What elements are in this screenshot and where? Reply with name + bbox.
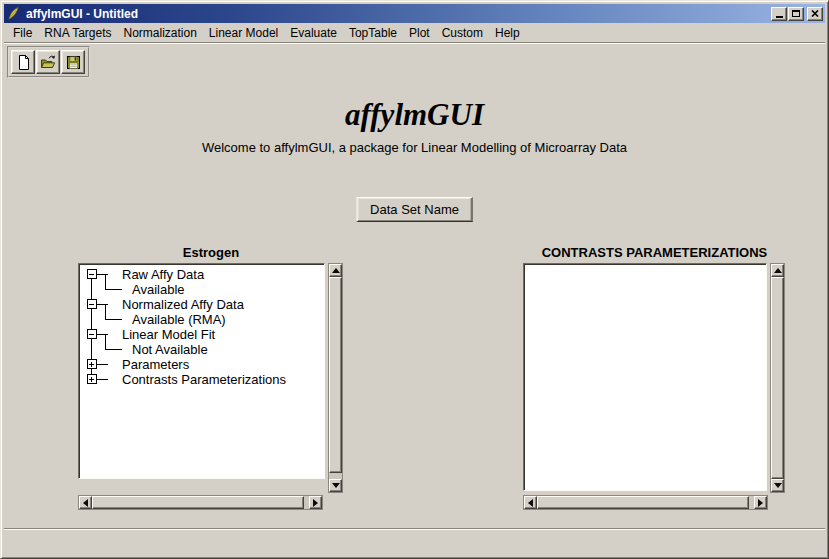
contrasts-listbox[interactable] <box>523 263 767 491</box>
contrasts-horizontal-scrollbar[interactable] <box>523 495 768 510</box>
new-file-icon <box>15 54 32 71</box>
app-title: affylmGUI <box>4 97 825 133</box>
data-set-tree[interactable]: Raw Affy Data Available Normalized Affy … <box>78 263 325 479</box>
scroll-left-button[interactable] <box>524 496 537 509</box>
open-file-button[interactable] <box>36 50 60 74</box>
tree-vertical-scrollbar[interactable] <box>328 263 343 493</box>
tree-canvas: Raw Affy Data Available Normalized Affy … <box>81 266 324 478</box>
menu-evaluate[interactable]: Evaluate <box>284 24 343 42</box>
tree-item-linear-model-fit[interactable]: Linear Model Fit <box>122 327 215 342</box>
down-arrow-icon <box>774 483 782 488</box>
menu-rna-targets[interactable]: RNA Targets <box>38 24 117 42</box>
save-file-button[interactable] <box>61 50 85 74</box>
tree-collapse-icon[interactable] <box>87 270 96 279</box>
tree-item-parameters[interactable]: Parameters <box>122 357 189 372</box>
tree-collapse-icon[interactable] <box>87 300 96 309</box>
tree-expand-icon[interactable] <box>87 360 96 369</box>
scroll-left-button[interactable] <box>79 496 92 509</box>
scrollbar-thumb[interactable] <box>92 496 304 509</box>
menu-file[interactable]: File <box>7 24 38 42</box>
tree-expand-icon[interactable] <box>87 375 96 384</box>
right-arrow-icon <box>758 499 763 507</box>
scrollbar-thumb[interactable] <box>771 277 784 479</box>
minimize-icon <box>776 16 783 18</box>
scroll-up-button[interactable] <box>329 264 342 277</box>
toolbar <box>4 44 825 80</box>
maximize-button[interactable] <box>788 7 804 21</box>
close-button[interactable] <box>807 7 823 21</box>
tree-collapse-icon[interactable] <box>87 330 96 339</box>
menu-help[interactable]: Help <box>489 24 526 42</box>
tree-horizontal-scrollbar[interactable] <box>78 495 323 510</box>
menu-linear-model[interactable]: Linear Model <box>203 24 284 42</box>
menu-plot[interactable]: Plot <box>403 24 436 42</box>
contrasts-panel: CONTRASTS PARAMETERIZATIONS <box>520 245 789 518</box>
up-arrow-icon <box>332 268 340 273</box>
tree-item-linear-model-status[interactable]: Not Available <box>132 342 208 357</box>
tree-item-contrasts-parameterizations[interactable]: Contrasts Parameterizations <box>122 372 286 387</box>
status-bar <box>4 529 825 553</box>
tree-item-raw-affy-data[interactable]: Raw Affy Data <box>122 267 204 282</box>
save-file-icon <box>65 54 82 71</box>
tree-item-normalized-affy-data[interactable]: Normalized Affy Data <box>122 297 244 312</box>
menu-toptable[interactable]: TopTable <box>343 24 403 42</box>
data-set-name-button[interactable]: Data Set Name <box>356 197 473 222</box>
new-file-button[interactable] <box>11 50 35 74</box>
window-title: affylmGUI - Untitled <box>26 7 771 21</box>
titlebar[interactable]: affylmGUI - Untitled <box>4 4 825 23</box>
scroll-up-button[interactable] <box>771 264 784 277</box>
data-set-heading: Estrogen <box>75 245 347 260</box>
left-arrow-icon <box>83 499 88 507</box>
data-set-panel-body: Raw Affy Data Available Normalized Affy … <box>75 263 347 518</box>
contrasts-heading: CONTRASTS PARAMETERIZATIONS <box>520 245 789 260</box>
toolbar-button-group <box>7 46 90 78</box>
data-set-panel: Estrogen <box>75 245 347 518</box>
tree-item-normalized-status[interactable]: Available (RMA) <box>132 312 226 327</box>
scroll-right-button[interactable] <box>754 496 767 509</box>
left-arrow-icon <box>528 499 533 507</box>
scroll-right-button[interactable] <box>309 496 322 509</box>
menu-normalization[interactable]: Normalization <box>118 24 203 42</box>
close-icon <box>811 10 819 17</box>
up-arrow-icon <box>774 268 782 273</box>
maximize-icon <box>792 10 800 17</box>
app-window: affylmGUI - Untitled File RNA Targets No… <box>0 0 829 559</box>
menu-custom[interactable]: Custom <box>436 24 489 42</box>
app-feather-icon <box>6 6 22 21</box>
open-file-icon <box>39 54 57 71</box>
tree-item-raw-status[interactable]: Available <box>132 282 185 297</box>
right-arrow-icon <box>313 499 318 507</box>
contrasts-panel-body <box>520 263 789 518</box>
main-area: affylmGUI Welcome to affylmGUI, a packag… <box>4 80 825 529</box>
menubar: File RNA Targets Normalization Linear Mo… <box>4 23 825 43</box>
minimize-button[interactable] <box>771 7 787 21</box>
scrollbar-thumb[interactable] <box>329 277 342 473</box>
scroll-down-button[interactable] <box>771 479 784 492</box>
down-arrow-icon <box>332 483 340 488</box>
contrasts-vertical-scrollbar[interactable] <box>770 263 785 493</box>
scroll-down-button[interactable] <box>329 479 342 492</box>
window-controls <box>771 7 823 21</box>
welcome-text: Welcome to affylmGUI, a package for Line… <box>4 140 825 155</box>
scrollbar-thumb[interactable] <box>537 496 749 509</box>
